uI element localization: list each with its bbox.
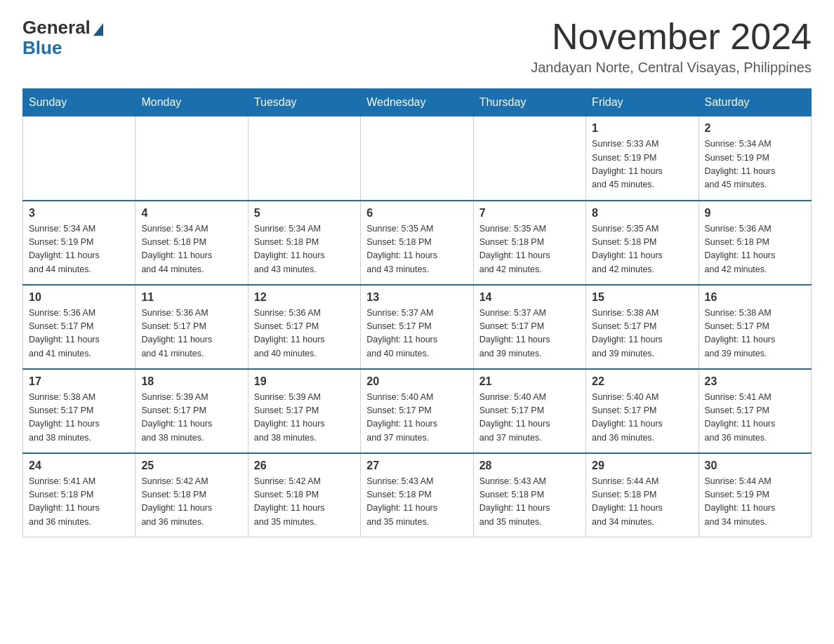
day-number: 23 — [705, 375, 805, 388]
day-info: Sunrise: 5:39 AMSunset: 5:17 PMDaylight:… — [141, 391, 241, 445]
day-info: Sunrise: 5:38 AMSunset: 5:17 PMDaylight:… — [705, 307, 805, 361]
day-number: 16 — [705, 291, 805, 304]
day-number: 7 — [479, 207, 580, 220]
day-info: Sunrise: 5:44 AMSunset: 5:19 PMDaylight:… — [705, 475, 805, 530]
day-number: 4 — [141, 207, 241, 220]
day-info: Sunrise: 5:40 AMSunset: 5:17 PMDaylight:… — [592, 391, 692, 445]
calendar-cell: 26Sunrise: 5:42 AMSunset: 5:18 PMDayligh… — [248, 453, 360, 537]
calendar-cell: 27Sunrise: 5:43 AMSunset: 5:18 PMDayligh… — [361, 453, 473, 537]
calendar-cell: 28Sunrise: 5:43 AMSunset: 5:18 PMDayligh… — [473, 453, 585, 537]
day-number: 9 — [705, 207, 805, 220]
calendar-subtitle: Jandayan Norte, Central Visayas, Philipp… — [531, 60, 812, 76]
calendar-cell: 16Sunrise: 5:38 AMSunset: 5:17 PMDayligh… — [699, 285, 811, 369]
day-number: 25 — [141, 459, 241, 472]
logo-general-text: General — [22, 17, 91, 39]
calendar-cell: 25Sunrise: 5:42 AMSunset: 5:18 PMDayligh… — [135, 453, 248, 537]
calendar-cell: 30Sunrise: 5:44 AMSunset: 5:19 PMDayligh… — [699, 453, 811, 537]
calendar-cell: 8Sunrise: 5:35 AMSunset: 5:18 PMDaylight… — [586, 201, 699, 285]
weekday-header-row: SundayMondayTuesdayWednesdayThursdayFrid… — [23, 89, 812, 116]
week-row-2: 3Sunrise: 5:34 AMSunset: 5:19 PMDaylight… — [23, 201, 812, 285]
day-info: Sunrise: 5:36 AMSunset: 5:18 PMDaylight:… — [705, 222, 805, 277]
day-number: 15 — [592, 291, 692, 304]
day-info: Sunrise: 5:34 AMSunset: 5:18 PMDaylight:… — [254, 222, 355, 277]
day-number: 26 — [254, 459, 355, 472]
weekday-header-thursday: Thursday — [473, 89, 585, 116]
day-info: Sunrise: 5:41 AMSunset: 5:17 PMDaylight:… — [705, 391, 805, 445]
calendar-cell — [248, 116, 360, 201]
day-number: 13 — [366, 291, 467, 304]
day-number: 30 — [705, 459, 805, 472]
day-number: 8 — [592, 207, 692, 220]
day-info: Sunrise: 5:43 AMSunset: 5:18 PMDaylight:… — [479, 475, 580, 530]
day-number: 6 — [366, 207, 467, 220]
calendar-cell: 15Sunrise: 5:38 AMSunset: 5:17 PMDayligh… — [586, 285, 699, 369]
day-info: Sunrise: 5:33 AMSunset: 5:19 PMDaylight:… — [592, 137, 692, 192]
day-number: 14 — [479, 291, 580, 304]
week-row-1: 1Sunrise: 5:33 AMSunset: 5:19 PMDaylight… — [23, 116, 812, 201]
day-info: Sunrise: 5:38 AMSunset: 5:17 PMDaylight:… — [29, 391, 129, 445]
calendar-cell: 7Sunrise: 5:35 AMSunset: 5:18 PMDaylight… — [473, 201, 585, 285]
calendar-cell — [473, 116, 585, 201]
day-info: Sunrise: 5:38 AMSunset: 5:17 PMDaylight:… — [592, 307, 692, 361]
day-info: Sunrise: 5:36 AMSunset: 5:17 PMDaylight:… — [141, 307, 241, 361]
day-info: Sunrise: 5:36 AMSunset: 5:17 PMDaylight:… — [29, 307, 129, 361]
day-info: Sunrise: 5:44 AMSunset: 5:18 PMDaylight:… — [592, 475, 692, 530]
weekday-header-saturday: Saturday — [699, 89, 811, 116]
weekday-header-friday: Friday — [586, 89, 699, 116]
day-number: 22 — [592, 375, 692, 388]
calendar-cell: 3Sunrise: 5:34 AMSunset: 5:19 PMDaylight… — [23, 201, 135, 285]
calendar-title: November 2024 — [531, 17, 812, 57]
calendar-cell — [23, 116, 135, 201]
calendar-cell: 5Sunrise: 5:34 AMSunset: 5:18 PMDaylight… — [248, 201, 360, 285]
day-number: 28 — [479, 459, 580, 472]
calendar-cell: 9Sunrise: 5:36 AMSunset: 5:18 PMDaylight… — [699, 201, 811, 285]
calendar-cell: 10Sunrise: 5:36 AMSunset: 5:17 PMDayligh… — [23, 285, 135, 369]
calendar-cell — [361, 116, 473, 201]
day-info: Sunrise: 5:35 AMSunset: 5:18 PMDaylight:… — [366, 222, 467, 277]
calendar-cell: 11Sunrise: 5:36 AMSunset: 5:17 PMDayligh… — [135, 285, 248, 369]
day-number: 2 — [705, 122, 805, 135]
calendar-cell: 24Sunrise: 5:41 AMSunset: 5:18 PMDayligh… — [23, 453, 135, 537]
day-info: Sunrise: 5:37 AMSunset: 5:17 PMDaylight:… — [366, 307, 467, 361]
day-number: 24 — [29, 459, 129, 472]
logo: General Blue — [22, 17, 105, 57]
calendar-cell: 23Sunrise: 5:41 AMSunset: 5:17 PMDayligh… — [699, 369, 811, 453]
day-info: Sunrise: 5:34 AMSunset: 5:19 PMDaylight:… — [29, 222, 129, 277]
day-info: Sunrise: 5:34 AMSunset: 5:18 PMDaylight:… — [141, 222, 241, 277]
day-number: 20 — [366, 375, 467, 388]
day-info: Sunrise: 5:42 AMSunset: 5:18 PMDaylight:… — [254, 475, 355, 530]
day-info: Sunrise: 5:35 AMSunset: 5:18 PMDaylight:… — [592, 222, 692, 277]
day-number: 11 — [141, 291, 241, 304]
day-number: 1 — [592, 122, 692, 135]
day-info: Sunrise: 5:37 AMSunset: 5:17 PMDaylight:… — [479, 307, 580, 361]
day-info: Sunrise: 5:34 AMSunset: 5:19 PMDaylight:… — [705, 137, 805, 192]
day-number: 27 — [366, 459, 467, 472]
day-number: 5 — [254, 207, 355, 220]
calendar-cell: 14Sunrise: 5:37 AMSunset: 5:17 PMDayligh… — [473, 285, 585, 369]
day-info: Sunrise: 5:36 AMSunset: 5:17 PMDaylight:… — [254, 307, 355, 361]
calendar-cell: 17Sunrise: 5:38 AMSunset: 5:17 PMDayligh… — [23, 369, 135, 453]
day-number: 12 — [254, 291, 355, 304]
logo-bottom-text: Blue — [22, 39, 62, 57]
calendar-cell: 1Sunrise: 5:33 AMSunset: 5:19 PMDaylight… — [586, 116, 699, 201]
calendar-cell: 2Sunrise: 5:34 AMSunset: 5:19 PMDaylight… — [699, 116, 811, 201]
calendar-cell: 12Sunrise: 5:36 AMSunset: 5:17 PMDayligh… — [248, 285, 360, 369]
calendar-cell — [135, 116, 248, 201]
day-number: 3 — [29, 207, 129, 220]
calendar-cell: 13Sunrise: 5:37 AMSunset: 5:17 PMDayligh… — [361, 285, 473, 369]
day-number: 29 — [592, 459, 692, 472]
weekday-header-sunday: Sunday — [23, 89, 135, 116]
day-number: 21 — [479, 375, 580, 388]
calendar-cell: 21Sunrise: 5:40 AMSunset: 5:17 PMDayligh… — [473, 369, 585, 453]
calendar-cell: 19Sunrise: 5:39 AMSunset: 5:17 PMDayligh… — [248, 369, 360, 453]
calendar-cell: 29Sunrise: 5:44 AMSunset: 5:18 PMDayligh… — [586, 453, 699, 537]
calendar-table: SundayMondayTuesdayWednesdayThursdayFrid… — [22, 88, 812, 537]
logo-triangle-icon — [93, 23, 103, 36]
day-info: Sunrise: 5:35 AMSunset: 5:18 PMDaylight:… — [479, 222, 580, 277]
calendar-cell: 18Sunrise: 5:39 AMSunset: 5:17 PMDayligh… — [135, 369, 248, 453]
day-number: 18 — [141, 375, 241, 388]
calendar-cell: 22Sunrise: 5:40 AMSunset: 5:17 PMDayligh… — [586, 369, 699, 453]
day-info: Sunrise: 5:41 AMSunset: 5:18 PMDaylight:… — [29, 475, 129, 530]
calendar-cell: 20Sunrise: 5:40 AMSunset: 5:17 PMDayligh… — [361, 369, 473, 453]
day-info: Sunrise: 5:43 AMSunset: 5:18 PMDaylight:… — [366, 475, 467, 530]
